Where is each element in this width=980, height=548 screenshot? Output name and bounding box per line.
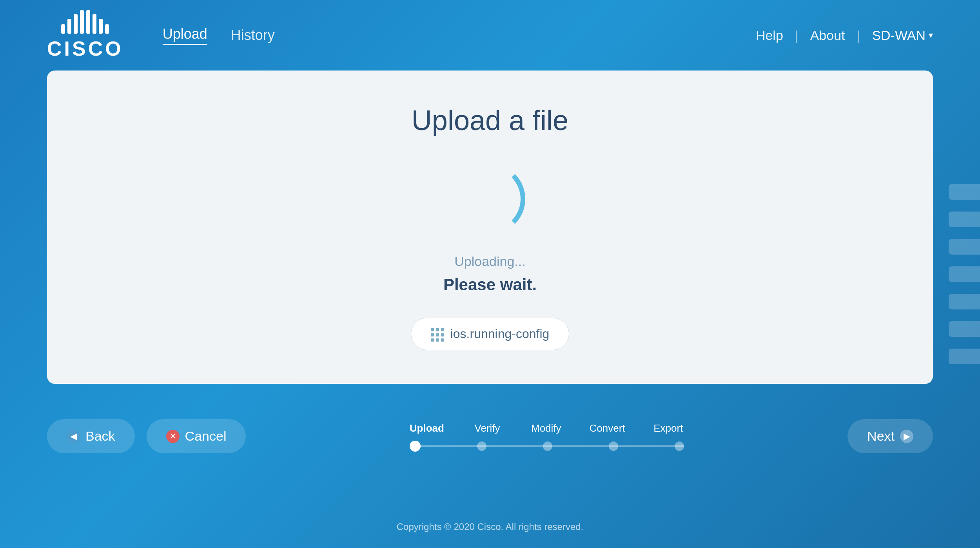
main-nav: Upload History — [163, 26, 275, 45]
sdwan-dropdown[interactable]: SD-WAN ▾ — [872, 28, 933, 43]
step-dot-2 — [477, 441, 486, 451]
decorative-bars — [949, 184, 980, 364]
cancel-icon: ✕ — [166, 430, 180, 443]
step-label-upload: Upload — [410, 422, 444, 434]
next-icon: ▶ — [900, 430, 913, 443]
cancel-label: Cancel — [185, 429, 227, 444]
please-wait-label: Please wait. — [443, 275, 537, 294]
help-link[interactable]: Help — [756, 28, 783, 43]
bar2 — [67, 19, 71, 34]
back-button[interactable]: ◀ Back — [47, 419, 135, 453]
step-label-verify: Verify — [472, 422, 503, 434]
main-card: Upload a file Uploading... Please wait. … — [47, 71, 933, 384]
bar1 — [61, 24, 65, 34]
cancel-button[interactable]: ✕ Cancel — [147, 419, 246, 453]
bottom-buttons: ◀ Back ✕ Cancel — [47, 419, 246, 453]
step-label-export: Export — [653, 422, 684, 434]
deco-bar-1 — [949, 184, 980, 200]
bar5 — [86, 10, 90, 34]
deco-bar-4 — [949, 266, 980, 282]
file-grid-icon — [431, 328, 443, 340]
loading-spinner — [455, 164, 525, 234]
step-dot-3 — [543, 441, 552, 451]
back-label: Back — [85, 429, 115, 444]
deco-bar-2 — [949, 212, 980, 227]
cisco-logo: CISCO — [47, 10, 123, 60]
step-dot-1 — [410, 441, 421, 452]
header-right: Help | About | SD-WAN ▾ — [756, 28, 933, 43]
step-labels: Upload Verify Modify Convert Export — [410, 422, 684, 434]
file-name: ios.running-config — [450, 327, 550, 341]
nav-history[interactable]: History — [231, 27, 275, 43]
back-icon: ◀ — [67, 430, 80, 443]
deco-bar-3 — [949, 239, 980, 255]
sdwan-label: SD-WAN — [872, 28, 926, 43]
bar6 — [93, 14, 96, 34]
deco-bar-5 — [949, 294, 980, 309]
step-label-convert: Convert — [589, 422, 625, 434]
chevron-down-icon: ▾ — [929, 30, 933, 40]
cisco-logo-text: CISCO — [47, 37, 123, 60]
file-pill: ios.running-config — [411, 318, 570, 350]
steps-dots — [410, 441, 684, 452]
bar8 — [105, 24, 109, 34]
progress-steps: Upload Verify Modify Convert Export — [246, 422, 848, 450]
deco-bar-6 — [949, 321, 980, 337]
uploading-label: Uploading... — [454, 254, 525, 269]
copyright-text: Copyrights © 2020 Cisco. All rights rese… — [397, 521, 584, 532]
step-dot-4 — [609, 441, 618, 451]
spinner-circle — [455, 164, 525, 234]
bottom-area: ◀ Back ✕ Cancel Upload Verify Modify Con… — [0, 400, 980, 473]
step-label-modify: Modify — [530, 422, 562, 434]
nav-upload[interactable]: Upload — [163, 26, 207, 45]
step-dot-5 — [675, 441, 684, 451]
deco-bar-7 — [949, 349, 980, 364]
bar4 — [80, 10, 84, 34]
next-button[interactable]: Next ▶ — [848, 419, 933, 453]
bar3 — [74, 14, 78, 34]
footer: Copyrights © 2020 Cisco. All rights rese… — [0, 521, 980, 532]
divider1: | — [795, 28, 799, 43]
about-link[interactable]: About — [810, 28, 845, 43]
bar7 — [99, 19, 103, 34]
page-title: Upload a file — [412, 104, 568, 136]
header: CISCO Upload History Help | About | SD-W… — [0, 0, 980, 71]
cisco-bars-icon — [61, 10, 109, 34]
divider2: | — [857, 28, 860, 43]
next-label: Next — [867, 429, 895, 444]
steps-track — [410, 442, 684, 450]
